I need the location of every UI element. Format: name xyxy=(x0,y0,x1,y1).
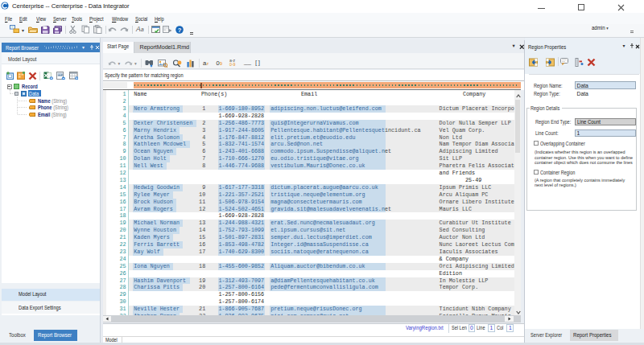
svg-text:?: ? xyxy=(178,26,182,33)
